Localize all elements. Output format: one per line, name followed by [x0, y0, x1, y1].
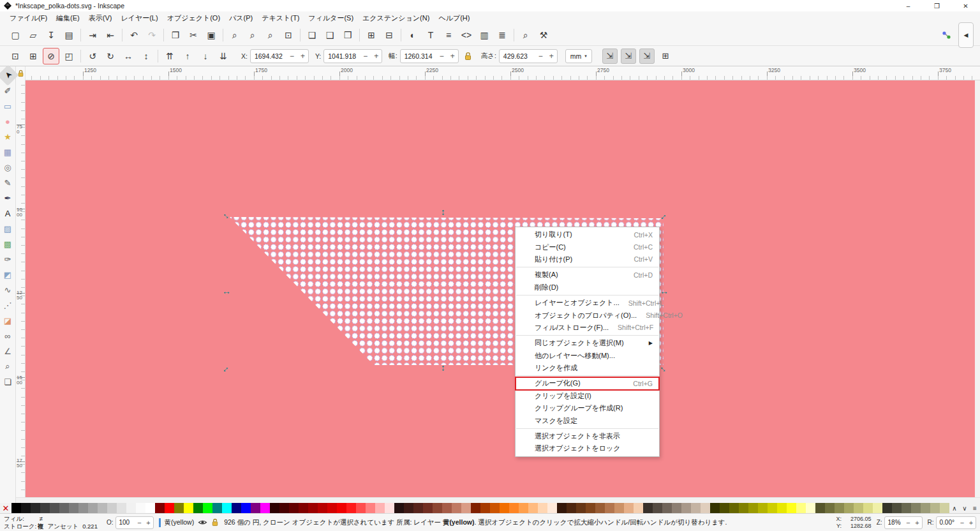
- context-menu-item-13[interactable]: クリップグループを作成(R): [516, 402, 659, 414]
- paste-button[interactable]: ▣: [203, 27, 219, 43]
- rotation-decrement-button[interactable]: −: [958, 519, 967, 527]
- context-menu-item-15[interactable]: 選択オブジェクトを非表示: [516, 430, 659, 442]
- gradient-tool[interactable]: ▨: [1, 221, 15, 236]
- palette-swatch[interactable]: [480, 503, 490, 513]
- ungroup-objects-button[interactable]: ⊟: [381, 27, 397, 43]
- palette-swatch[interactable]: [21, 503, 31, 513]
- palette-swatch[interactable]: [308, 503, 318, 513]
- menubar-item-2[interactable]: 表示(V): [84, 12, 117, 24]
- paint-bucket-tool[interactable]: ◩: [1, 267, 15, 282]
- print-document-button[interactable]: ▤: [61, 27, 77, 43]
- flip-horizontal-button[interactable]: ↔: [120, 48, 137, 64]
- select-all-layers-button[interactable]: ⊞: [25, 48, 41, 64]
- create-clone-button[interactable]: ❑: [322, 27, 338, 43]
- duplicate-button[interactable]: ❏: [304, 27, 320, 43]
- new-document-button[interactable]: ▢: [7, 27, 24, 43]
- palette-swatch[interactable]: [88, 503, 98, 513]
- palette-swatch[interactable]: [768, 503, 777, 513]
- context-menu-item-0[interactable]: 切り取り(T)Ctrl+X: [516, 228, 659, 241]
- open-document-button[interactable]: ▱: [25, 27, 41, 43]
- x-decrement-button[interactable]: −: [286, 52, 297, 61]
- tweak-tool[interactable]: ∿: [1, 282, 15, 297]
- palette-swatch[interactable]: [59, 503, 69, 513]
- raise-button[interactable]: ↑: [179, 48, 196, 64]
- palette-swatch[interactable]: [940, 503, 949, 513]
- text-dialog-button[interactable]: T: [422, 27, 439, 43]
- width-decrement-button[interactable]: −: [436, 52, 447, 61]
- palette-swatch[interactable]: [423, 503, 433, 513]
- copy-button[interactable]: ❐: [167, 27, 184, 43]
- menubar-item-3[interactable]: レイヤー(L): [116, 12, 162, 24]
- palette-swatch[interactable]: [117, 503, 126, 513]
- palette-swatch[interactable]: [385, 503, 394, 513]
- xml-editor-button[interactable]: <>: [458, 27, 475, 43]
- palette-swatch[interactable]: [806, 503, 815, 513]
- palette-swatch[interactable]: [835, 503, 844, 513]
- context-menu-item-1[interactable]: コピー(C)Ctrl+C: [516, 241, 659, 253]
- layer-unlock-icon[interactable]: [211, 518, 219, 527]
- palette-menu-icon[interactable]: ≡: [970, 505, 980, 512]
- palette-swatch[interactable]: [433, 503, 442, 513]
- flip-vertical-button[interactable]: ↕: [138, 48, 154, 64]
- pencil-tool[interactable]: ✎: [1, 175, 15, 190]
- palette-swatch[interactable]: [576, 503, 586, 513]
- menubar-item-8[interactable]: エクステンション(N): [358, 12, 434, 24]
- palette-swatch[interactable]: [624, 503, 634, 513]
- maximize-button[interactable]: ❐: [923, 0, 951, 11]
- height-decrement-button[interactable]: −: [535, 52, 546, 61]
- palette-swatch[interactable]: [241, 503, 251, 513]
- pages-tool[interactable]: ❏: [1, 374, 15, 389]
- measure-tool[interactable]: ∠: [1, 343, 15, 359]
- zoom-to-drawing-button[interactable]: ⌕: [226, 27, 243, 43]
- no-color-swatch[interactable]: ✕: [0, 503, 11, 513]
- context-menu-item-3[interactable]: 複製(A)Ctrl+D: [516, 269, 659, 281]
- spiral-tool[interactable]: ◎: [1, 160, 15, 175]
- rotate-cw-button[interactable]: ↻: [102, 48, 119, 64]
- palette-swatch[interactable]: [251, 503, 260, 513]
- redo-button[interactable]: ↷: [144, 27, 160, 43]
- palette-swatch[interactable]: [758, 503, 768, 513]
- palette-swatch[interactable]: [500, 503, 509, 513]
- palette-scroll-down-button[interactable]: ∨: [960, 505, 970, 512]
- canvas[interactable]: ↔↔↔↔↔↔↔↔ 切り取り(T)Ctrl+Xコピー(C)Ctrl+C貼り付け(P…: [26, 80, 975, 497]
- palette-swatch[interactable]: [375, 503, 385, 513]
- rotate-ccw-button[interactable]: ↺: [84, 48, 101, 64]
- selection-handle[interactable]: ↔: [442, 364, 448, 373]
- height-input[interactable]: 429.623: [500, 52, 535, 60]
- context-menu-item-5[interactable]: レイヤーとオブジェクト...Shift+Ctrl+L: [516, 297, 659, 309]
- collapse-snap-toolbar-button[interactable]: ◀: [958, 22, 974, 48]
- dropper-tool[interactable]: ✑: [1, 251, 15, 267]
- lower-to-bottom-button[interactable]: ⇊: [215, 48, 232, 64]
- palette-swatch[interactable]: [136, 503, 145, 513]
- zoom-decrement-button[interactable]: −: [904, 519, 913, 527]
- palette-swatch[interactable]: [844, 503, 854, 513]
- preferences-button[interactable]: ⚒: [535, 27, 552, 43]
- palette-swatch[interactable]: [279, 503, 289, 513]
- height-increment-button[interactable]: +: [546, 52, 557, 61]
- mesh-tool[interactable]: ▩: [1, 236, 15, 251]
- palette-swatch[interactable]: [653, 503, 662, 513]
- palette-swatch[interactable]: [126, 503, 136, 513]
- y-input[interactable]: 1041.918: [324, 52, 360, 60]
- palette-swatch[interactable]: [366, 503, 375, 513]
- palette-swatch[interactable]: [107, 503, 117, 513]
- export-image-button[interactable]: ⇤: [102, 27, 119, 43]
- palette-swatch[interactable]: [413, 503, 423, 513]
- minimize-button[interactable]: –: [894, 0, 923, 11]
- palette-swatch[interactable]: [710, 503, 720, 513]
- context-menu-item-12[interactable]: クリップを設定(I): [516, 390, 659, 402]
- palette-swatch[interactable]: [318, 503, 327, 513]
- horizontal-scrollbar[interactable]: [16, 497, 980, 503]
- palette-swatch[interactable]: [184, 503, 193, 513]
- polka-dot-object[interactable]: [26, 80, 975, 497]
- rotation-increment-button[interactable]: +: [967, 519, 976, 527]
- palette-swatch[interactable]: [538, 503, 547, 513]
- palette-swatch[interactable]: [346, 503, 356, 513]
- palette-swatch[interactable]: [787, 503, 796, 513]
- opacity-input[interactable]: 100: [116, 519, 135, 526]
- zoom-to-page-button[interactable]: ⌕: [262, 27, 279, 43]
- menubar-item-7[interactable]: フィルター(S): [304, 12, 358, 24]
- palette-swatch[interactable]: [40, 503, 50, 513]
- palette-swatch[interactable]: [461, 503, 471, 513]
- palette-swatch[interactable]: [605, 503, 614, 513]
